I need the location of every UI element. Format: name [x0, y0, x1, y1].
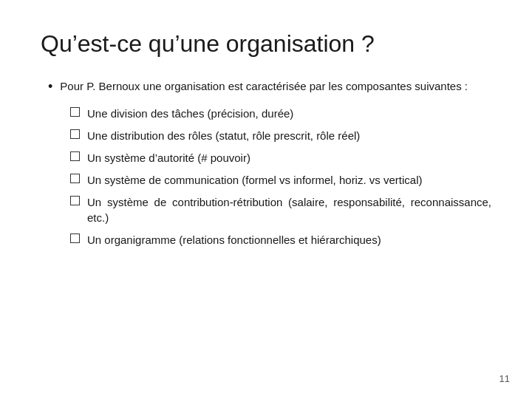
list-item: Un organigramme (relations fonctionnelle…: [70, 232, 491, 248]
list-item: Un système d’autorité (# pouvoir): [70, 150, 491, 166]
checkbox-icon: [70, 151, 80, 161]
list-item: Un système de contribution-rétribution (…: [70, 194, 491, 225]
list-item: Une division des tâches (précision, duré…: [70, 106, 491, 121]
sub-item-text: Un système d’autorité (# pouvoir): [87, 150, 491, 166]
sub-item-text: Un organigramme (relations fonctionnelle…: [87, 232, 491, 248]
sub-item-text: Une distribution des rôles (statut, rôle…: [87, 128, 491, 143]
sub-items-list: Une division des tâches (précision, duré…: [48, 106, 491, 248]
bullet-dot-icon: •: [48, 79, 52, 95]
slide-title: Qu’est-ce qu’une organisation ?: [41, 30, 491, 58]
sub-item-text: Un système de communication (formel vs i…: [87, 172, 491, 188]
slide-content: • Pour P. Bernoux une organisation est c…: [41, 78, 491, 248]
checkbox-icon: [70, 174, 80, 183]
main-bullet-text: Pour P. Bernoux une organisation est car…: [60, 78, 468, 94]
sub-item-text: Un système de contribution-rétribution (…: [87, 194, 491, 225]
slide: Qu’est-ce qu’une organisation ? • Pour P…: [0, 0, 532, 399]
page-number: 11: [499, 373, 510, 384]
checkbox-icon: [70, 107, 80, 117]
list-item: Un système de communication (formel vs i…: [70, 172, 491, 188]
checkbox-icon: [70, 233, 80, 243]
main-bullet: • Pour P. Bernoux une organisation est c…: [48, 78, 491, 95]
checkbox-icon: [70, 196, 80, 205]
checkbox-icon: [70, 129, 80, 139]
list-item: Une distribution des rôles (statut, rôle…: [70, 128, 491, 143]
sub-item-text: Une division des tâches (précision, duré…: [87, 106, 491, 121]
